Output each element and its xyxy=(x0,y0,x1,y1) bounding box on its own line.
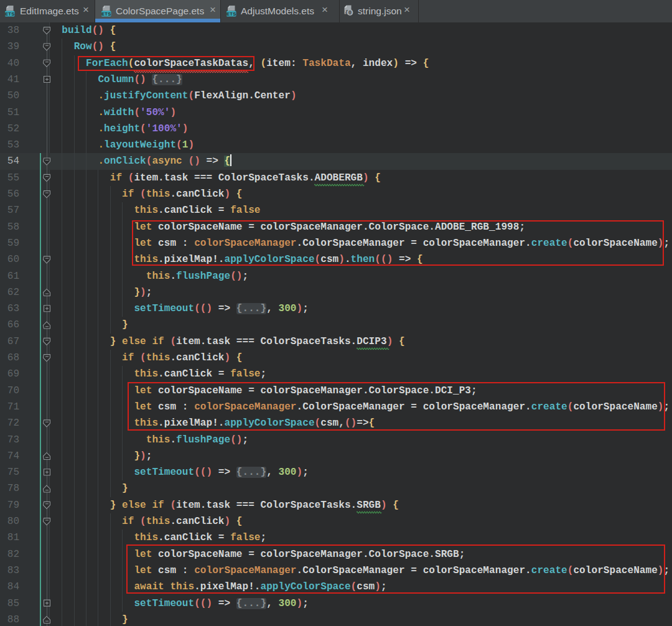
svg-text:{0}: {0} xyxy=(345,10,355,16)
svg-text:ETS: ETS xyxy=(226,11,236,17)
svg-text:ETS: ETS xyxy=(5,11,15,17)
svg-text:ETS: ETS xyxy=(101,11,111,17)
